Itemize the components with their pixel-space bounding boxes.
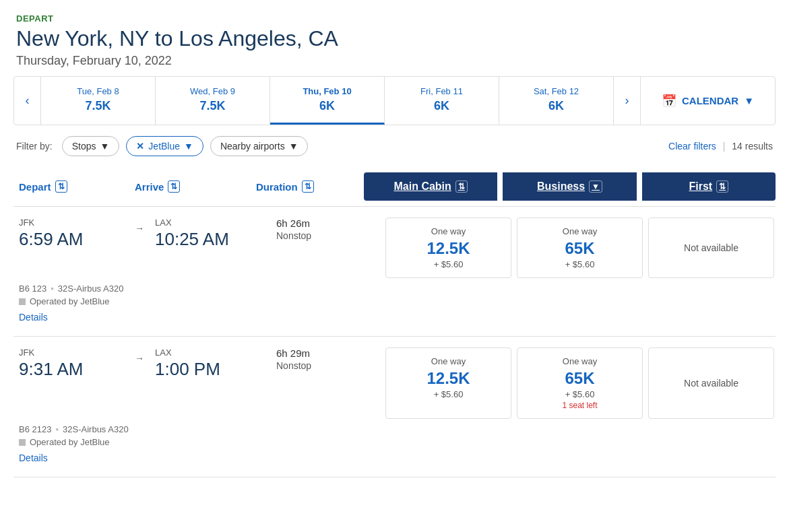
- price-cells-0: One way 12.5K + $5.60 One way 65K + $5.6…: [384, 218, 776, 278]
- main-cabin-price-0[interactable]: One way 12.5K + $5.60: [385, 218, 511, 278]
- duration-text-0: 6h 26m: [276, 218, 384, 229]
- main-one-way-0: One way: [391, 226, 505, 236]
- depart-airport-1: JFK: [19, 347, 135, 358]
- calendar-label: CALENDAR: [682, 95, 738, 106]
- business-col-header[interactable]: Business ▼: [503, 172, 636, 201]
- biz-one-way-1: One way: [523, 356, 637, 366]
- depart-time-0: 6:59 AM: [19, 229, 135, 250]
- flight-info-0: B6 123 ▪ 32S-Airbus A320: [13, 278, 776, 296]
- date-item-1[interactable]: Wed, Feb 97.5K: [156, 77, 270, 125]
- flight-info-1: B6 2123 ▪ 32S-Airbus A320: [13, 419, 776, 437]
- arrive-time-1: 1:00 PM: [155, 359, 276, 380]
- first-sort-icon[interactable]: ⇅: [716, 180, 728, 193]
- arrive-col-header[interactable]: Arrive ⇅: [135, 172, 256, 201]
- stops-label: Stops: [72, 141, 96, 152]
- remove-airline-icon[interactable]: ✕: [136, 141, 144, 152]
- flight-depart-0: JFK 6:59 AM: [13, 218, 135, 250]
- date-item-2[interactable]: Thu, Feb 106K: [270, 77, 385, 125]
- stops-filter[interactable]: Stops ▼: [62, 136, 120, 156]
- date-price-0: 7.5K: [46, 99, 150, 113]
- flight-main-0: JFK 6:59 AM → LAX 10:25 AM 6h 26m Nonsto…: [13, 218, 776, 278]
- prev-date-arrow[interactable]: ‹: [14, 77, 41, 125]
- date-day-1: Wed, Feb 9: [161, 86, 264, 96]
- calendar-button[interactable]: 📅 CALENDAR ▼: [640, 77, 775, 125]
- route-title: New York, NY to Los Angeles, CA: [16, 26, 773, 51]
- arrive-time-0: 10:25 AM: [155, 229, 276, 250]
- calendar-icon: 📅: [662, 94, 676, 108]
- date-price-2: 6K: [276, 99, 379, 113]
- arrive-sort-icon[interactable]: ⇅: [168, 180, 180, 193]
- flight-duration-0: 6h 26m Nonstop: [276, 218, 384, 241]
- flight-row-0: JFK 6:59 AM → LAX 10:25 AM 6h 26m Nonsto…: [13, 207, 776, 337]
- duration-sort-icon[interactable]: ⇅: [302, 180, 314, 193]
- date-nav-inner: Tue, Feb 87.5KWed, Feb 97.5KThu, Feb 106…: [41, 77, 613, 125]
- main-cabin-sort-icon[interactable]: ⇅: [455, 180, 468, 193]
- operated-icon-1: [19, 439, 26, 446]
- date-price-1: 7.5K: [161, 99, 264, 113]
- nearby-chevron-icon: ▼: [289, 141, 298, 152]
- date-price-4: 6K: [505, 99, 608, 113]
- date-day-2: Thu, Feb 10: [276, 86, 379, 96]
- date-item-3[interactable]: Fri, Feb 116K: [385, 77, 499, 125]
- main-price-amount-0: 12.5K: [391, 239, 505, 258]
- business-label: Business: [537, 180, 585, 193]
- airline-chevron-icon: ▼: [184, 141, 193, 152]
- biz-price-amount-1: 65K: [523, 369, 637, 388]
- price-cells-1: One way 12.5K + $5.60 One way 65K + $5.6…: [384, 347, 776, 419]
- first-price-0: Not available: [648, 218, 774, 278]
- date-day-0: Tue, Feb 8: [46, 86, 150, 96]
- details-link-1[interactable]: Details: [13, 450, 48, 471]
- date-price-3: 6K: [390, 99, 493, 113]
- date-item-4[interactable]: Sat, Feb 126K: [499, 77, 613, 125]
- airline-filter[interactable]: ✕ JetBlue ▼: [126, 136, 203, 156]
- flight-duration-1: 6h 29m Nonstop: [276, 347, 384, 371]
- seat-left-1: 1 seat left: [523, 401, 637, 410]
- aircraft-1: 32S-Airbus A320: [63, 424, 129, 434]
- main-cabin-price-1[interactable]: One way 12.5K + $5.60: [385, 347, 511, 419]
- first-price-1: Not available: [648, 347, 774, 419]
- nearby-label: Nearby airports: [220, 141, 285, 152]
- duration-header-label: Duration: [256, 181, 298, 193]
- flight-num-1: B6 2123: [19, 424, 51, 434]
- flights-table: Depart ⇅ Arrive ⇅ Duration ⇅ Main Cabin …: [13, 167, 776, 477]
- depart-col-header[interactable]: Depart ⇅: [13, 172, 135, 201]
- next-date-arrow[interactable]: ›: [613, 77, 640, 125]
- date-nav: ‹ Tue, Feb 87.5KWed, Feb 97.5KThu, Feb 1…: [13, 76, 776, 125]
- clear-filters-link[interactable]: Clear filters: [668, 141, 716, 152]
- flight-main-1: JFK 9:31 AM → LAX 1:00 PM 6h 29m Nonstop…: [13, 347, 776, 419]
- flight-arrive-0: LAX 10:25 AM: [155, 218, 276, 250]
- main-price-fee-0: + $5.60: [391, 259, 505, 269]
- flight-depart-1: JFK 9:31 AM: [13, 347, 135, 380]
- depart-time-1: 9:31 AM: [19, 359, 135, 380]
- business-sort-icon[interactable]: ▼: [589, 180, 602, 193]
- business-price-1[interactable]: One way 65K + $5.60 1 seat left: [517, 347, 643, 419]
- depart-sort-icon[interactable]: ⇅: [55, 180, 67, 193]
- flight-row-1: JFK 9:31 AM → LAX 1:00 PM 6h 29m Nonstop…: [13, 337, 776, 477]
- filter-results: Clear filters | 14 results: [668, 141, 773, 152]
- details-link-0[interactable]: Details: [13, 309, 48, 331]
- arrow-0: →: [135, 218, 155, 234]
- results-count: 14 results: [732, 141, 773, 152]
- date-day-4: Sat, Feb 12: [505, 86, 608, 96]
- header: DEPART New York, NY to Los Angeles, CA T…: [0, 0, 789, 76]
- main-one-way-1: One way: [391, 356, 505, 366]
- first-col-header[interactable]: First ⇅: [642, 172, 776, 201]
- date-label: Thursday, February 10, 2022: [16, 54, 773, 68]
- price-col-headers: Main Cabin ⇅ Business ▼ First ⇅: [364, 172, 776, 201]
- biz-one-way-0: One way: [523, 226, 637, 236]
- duration-text-1: 6h 29m: [276, 347, 384, 359]
- first-label: First: [689, 180, 712, 193]
- operated-0: Operated by JetBlue: [13, 296, 776, 309]
- depart-header-label: Depart: [19, 181, 51, 193]
- flight-num-0: B6 123: [19, 284, 46, 294]
- aircraft-0: 32S-Airbus A320: [58, 284, 124, 294]
- calendar-dropdown-icon: ▼: [744, 95, 754, 106]
- main-cabin-col-header[interactable]: Main Cabin ⇅: [364, 172, 497, 201]
- date-item-0[interactable]: Tue, Feb 87.5K: [41, 77, 156, 125]
- arrive-header-label: Arrive: [135, 181, 164, 193]
- business-price-0[interactable]: One way 65K + $5.60: [517, 218, 643, 278]
- stops-text-1: Nonstop: [276, 360, 384, 371]
- filter-bar: Filter by: Stops ▼ ✕ JetBlue ▼ Nearby ai…: [0, 125, 789, 167]
- duration-col-header[interactable]: Duration ⇅: [256, 172, 364, 201]
- nearby-airports-filter[interactable]: Nearby airports ▼: [210, 136, 309, 156]
